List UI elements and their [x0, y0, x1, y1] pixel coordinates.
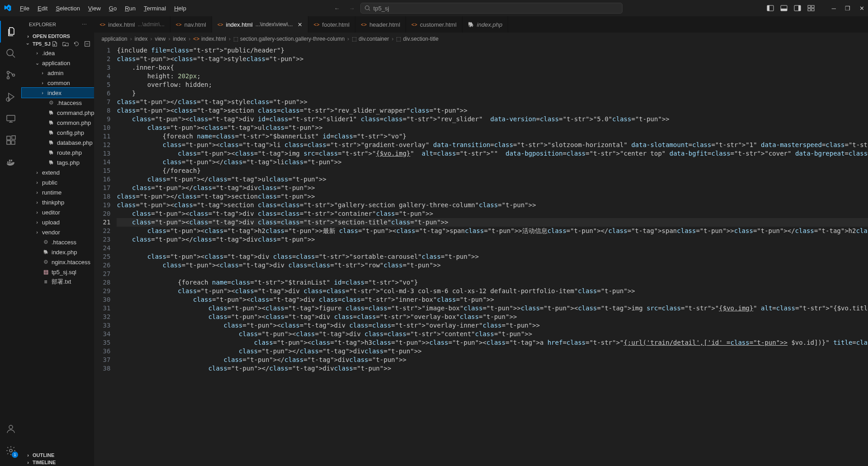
breadcrumb-item[interactable]: view	[155, 36, 165, 42]
file-item[interactable]: 🐘index.php	[22, 247, 94, 257]
new-folder-icon[interactable]	[62, 41, 69, 47]
svg-rect-8	[808, 5, 811, 8]
menu-item-edit[interactable]: Edit	[34, 3, 51, 14]
svg-point-16	[13, 74, 15, 76]
file-item[interactable]: ⚙.htaccess	[22, 237, 94, 247]
file-item[interactable]: ≡部署.txt	[22, 277, 94, 287]
maximize-icon[interactable]: ❐	[845, 5, 850, 12]
close-icon[interactable]: ✕	[859, 5, 864, 12]
svg-point-12	[7, 49, 13, 56]
menu-item-help[interactable]: Help	[170, 3, 190, 14]
collapse-icon[interactable]	[84, 41, 90, 47]
chevron-icon: ›	[34, 219, 40, 225]
folder-item[interactable]: ›admin	[22, 68, 94, 78]
chevron-down-icon: ›	[25, 41, 31, 47]
more-icon[interactable]: ⋯	[82, 22, 87, 28]
html-icon: <>	[361, 22, 367, 27]
file-item[interactable]: 🐘database.php	[22, 138, 94, 147]
nav-back-icon[interactable]: ←	[334, 5, 340, 12]
chevron-icon: ›	[34, 229, 40, 235]
customize-layout-icon[interactable]	[807, 5, 815, 12]
outline-header[interactable]: › OUTLINE	[22, 452, 94, 459]
php-icon: 🐘	[47, 159, 55, 166]
svg-point-0	[365, 6, 369, 10]
editor-area: <>index.html...\admin\...<>nav.html<>ind…	[94, 16, 868, 466]
menu-item-terminal[interactable]: Terminal	[140, 3, 170, 14]
breadcrumb-item[interactable]: <> index.html	[193, 36, 226, 42]
explorer-icon[interactable]	[0, 21, 22, 43]
file-item[interactable]: 🐘config.php	[22, 128, 94, 138]
folder-item[interactable]: ⌄application	[22, 58, 94, 68]
file-item[interactable]: 🐘route.php	[22, 147, 94, 157]
breadcrumb-item[interactable]: ⬚ div.section-title	[396, 36, 438, 42]
search-activity-icon[interactable]	[0, 43, 22, 64]
element-icon: ⬚	[233, 36, 238, 42]
php-icon: 🐘	[468, 22, 474, 28]
refresh-icon[interactable]	[73, 41, 80, 47]
html-icon: <>	[411, 22, 417, 27]
menu-item-selection[interactable]: Selection	[52, 3, 83, 14]
breadcrumb-item[interactable]: index	[173, 36, 186, 42]
tab-index-html[interactable]: <>index.html...\admin\...	[94, 16, 170, 33]
new-file-icon[interactable]	[52, 41, 58, 47]
file-item[interactable]: 🐘command.php	[22, 108, 94, 118]
source-control-icon[interactable]	[0, 64, 22, 86]
file-item[interactable]: ▤tp5_sj.sql	[22, 267, 94, 277]
code-editor[interactable]: {include file=class="t-str">"public/head…	[117, 45, 868, 466]
menu-item-go[interactable]: Go	[105, 3, 120, 14]
breadcrumb-item[interactable]: ⬚ section.gallery-section.gallery-three-…	[233, 36, 344, 42]
tab-nav-html[interactable]: <>nav.html	[170, 16, 212, 33]
folder-item[interactable]: ›upload	[22, 217, 94, 227]
tab-footer-html[interactable]: <>footer.html	[308, 16, 356, 33]
layout-panel-icon[interactable]	[780, 5, 788, 12]
run-debug-icon[interactable]	[0, 86, 22, 108]
project-header[interactable]: › TP5_SJ	[22, 40, 94, 48]
folder-item[interactable]: ›runtime	[22, 187, 94, 197]
timeline-header[interactable]: › TIMELINE	[22, 459, 94, 466]
breadcrumb-item[interactable]: index	[135, 36, 148, 42]
tab-close-icon[interactable]: ✕	[297, 21, 302, 28]
folder-item[interactable]: ›extend	[22, 167, 94, 177]
file-item[interactable]: 🐘common.php	[22, 118, 94, 128]
folder-item[interactable]: ›index	[22, 88, 94, 98]
tab-header-html[interactable]: <>header.html	[355, 16, 406, 33]
file-item[interactable]: ⚙nginx.htaccess	[22, 257, 94, 267]
remote-explorer-icon[interactable]	[0, 108, 22, 129]
docker-icon[interactable]	[0, 151, 22, 173]
breadcrumb-item[interactable]: application	[101, 36, 127, 42]
accounts-icon[interactable]	[0, 418, 22, 440]
file-item[interactable]: ⚙.htaccess	[22, 98, 94, 108]
breadcrumb-item[interactable]: ⬚ div.container	[352, 36, 389, 42]
menu-item-run[interactable]: Run	[121, 3, 139, 14]
breadcrumbs[interactable]: application›index›view›index›<> index.ht…	[94, 33, 868, 45]
extensions-icon[interactable]	[0, 129, 22, 151]
gear-icon: ⚙	[42, 238, 49, 246]
settings-gear-icon[interactable]: 1	[0, 440, 22, 461]
folder-item[interactable]: ›thinkphp	[22, 197, 94, 207]
nav-forward-icon[interactable]: →	[349, 5, 355, 12]
layout-sidebar-left-icon[interactable]	[767, 5, 774, 12]
gear-icon: ⚙	[47, 99, 55, 106]
chevron-icon: ›	[34, 200, 40, 205]
menu-item-view[interactable]: View	[85, 3, 104, 14]
file-item[interactable]: 🐘tags.php	[22, 157, 94, 167]
tab-customer-html[interactable]: <>customer.html	[406, 16, 462, 33]
chevron-icon: ›	[34, 190, 40, 195]
folder-item[interactable]: ›vendor	[22, 227, 94, 237]
command-center[interactable]: tp5_sj	[360, 3, 623, 14]
svg-rect-10	[808, 9, 811, 11]
minimize-icon[interactable]: ─	[832, 5, 836, 12]
html-icon: <>	[217, 22, 223, 27]
svg-rect-5	[781, 9, 787, 11]
tab-index-php[interactable]: 🐘index.php	[462, 16, 508, 33]
folder-item[interactable]: ›ueditor	[22, 207, 94, 217]
layout-sidebar-right-icon[interactable]	[794, 5, 801, 12]
tab-index-html[interactable]: <>index.html...\index\view\...✕	[212, 16, 308, 33]
menu-item-file[interactable]: File	[16, 3, 33, 14]
open-editors-header[interactable]: › OPEN EDITORS	[22, 33, 94, 40]
folder-item[interactable]: ›public	[22, 177, 94, 187]
folder-item[interactable]: ›.idea	[22, 48, 94, 58]
folder-item[interactable]: ›common	[22, 78, 94, 88]
element-icon: ⬚	[352, 36, 357, 42]
svg-rect-9	[811, 5, 814, 8]
